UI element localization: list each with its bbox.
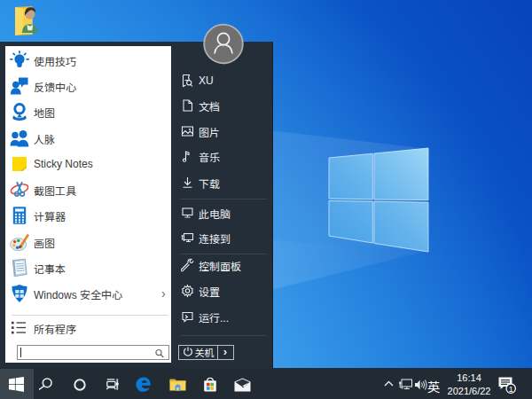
svg-text:1: 1 xyxy=(509,385,513,394)
